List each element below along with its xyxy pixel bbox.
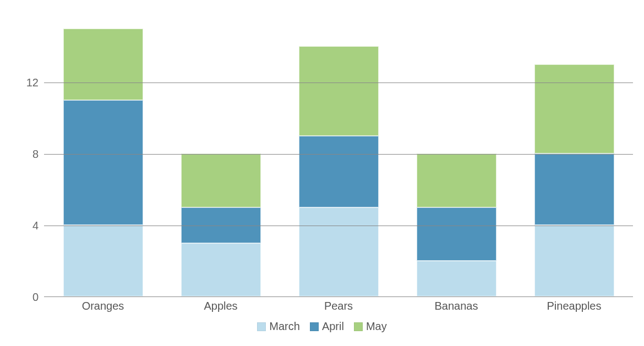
bar-pineapples-march xyxy=(534,225,614,296)
xlabel-apples: Apples xyxy=(181,300,261,312)
bar-oranges-may xyxy=(63,29,143,100)
bar-apples-may xyxy=(181,153,261,207)
xlabel-pears: Pears xyxy=(299,300,379,312)
legend-item-may[interactable]: May xyxy=(354,320,387,333)
bar-oranges-april xyxy=(63,100,143,226)
bar-bananas[interactable] xyxy=(417,153,496,296)
gridline xyxy=(44,83,633,83)
xlabel-bananas: Bananas xyxy=(417,300,496,312)
bar-apples[interactable] xyxy=(181,153,261,296)
xlabel-pineapples: Pineapples xyxy=(534,300,614,312)
bar-bananas-may xyxy=(417,153,496,207)
bar-pineapples-may xyxy=(534,64,614,154)
gridline xyxy=(44,226,633,226)
legend-swatch-may xyxy=(354,322,363,331)
bar-pears[interactable] xyxy=(299,46,379,296)
bar-bananas-march xyxy=(417,261,496,296)
y-tick-label: 8 xyxy=(17,148,39,161)
bar-pears-march xyxy=(299,207,379,297)
bar-apples-march xyxy=(181,243,261,297)
legend-label-march: March xyxy=(269,320,300,333)
plot-area: 04812 xyxy=(44,11,633,297)
legend-item-march[interactable]: March xyxy=(257,320,300,333)
bar-apples-april xyxy=(181,207,261,243)
bar-oranges-march xyxy=(63,225,143,296)
xlabel-oranges: Oranges xyxy=(63,300,143,312)
legend-label-may: May xyxy=(366,320,387,333)
y-tick-label: 4 xyxy=(17,219,39,232)
legend-label-april: April xyxy=(322,320,344,333)
bar-pineapples[interactable] xyxy=(534,64,614,297)
legend-swatch-march xyxy=(257,322,266,331)
y-tick-label: 0 xyxy=(17,291,39,304)
gridline xyxy=(44,154,633,155)
bar-pears-april xyxy=(299,136,379,207)
legend-swatch-april xyxy=(310,322,319,331)
bar-bananas-april xyxy=(417,207,496,261)
y-tick-label: 12 xyxy=(17,76,39,89)
stacked-bar-chart: 04812 Oranges Apples Pears Bananas Pinea… xyxy=(0,0,644,346)
bar-pears-may xyxy=(299,46,379,136)
bar-pineapples-april xyxy=(534,153,614,225)
legend-item-april[interactable]: April xyxy=(310,320,344,333)
legend: March April May xyxy=(0,320,644,333)
bar-oranges[interactable] xyxy=(63,29,143,297)
x-axis-labels: Oranges Apples Pears Bananas Pineapples xyxy=(44,300,633,312)
